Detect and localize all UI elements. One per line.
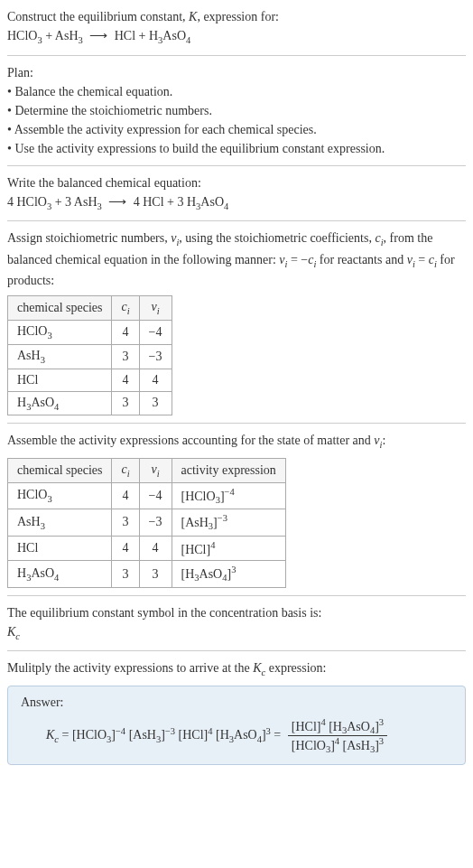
bal-c4: AsO [200, 195, 224, 209]
cell-nu: −3 [139, 509, 172, 536]
assemble-section: Assemble the activity expressions accoun… [7, 431, 466, 587]
bal-c3: 4 HCl + 3 H [134, 195, 196, 209]
act: [HClO [181, 489, 216, 502]
header: Construct the equilibrium constant, K, e… [7, 7, 466, 48]
cell-activity: [HClO3]−4 [172, 482, 285, 509]
th-csub: i [127, 469, 130, 479]
eq-ash3: + AsH [42, 29, 79, 42]
cell-nu: −3 [139, 344, 172, 369]
act: [HCl] [181, 542, 211, 555]
cell-nu: 3 [139, 391, 172, 415]
sp: H [17, 396, 26, 409]
actsup: −4 [225, 487, 235, 497]
cell-species: AsH3 [8, 344, 112, 369]
sp: HClO [17, 488, 47, 501]
symbol-K: K [7, 625, 15, 639]
cell-nu: −4 [139, 482, 172, 509]
symbol-text: The equilibrium constant symbol in the c… [7, 603, 466, 622]
table-row: H3AsO4 3 3 [8, 391, 172, 415]
cell-c: 4 [112, 320, 139, 344]
ans-sp3: [H [212, 728, 228, 742]
symbol-section: The equilibrium constant symbol in the c… [7, 603, 466, 644]
mult-t2: expression: [265, 661, 326, 675]
symbol-csub: c [15, 631, 20, 641]
divider [7, 595, 466, 596]
den1: [HClO [292, 739, 326, 752]
eq-rhs-1: HCl + H [115, 29, 158, 42]
th-activity: activity expression [172, 458, 285, 482]
cell-activity: [HCl]4 [172, 536, 285, 561]
cell-nu: 3 [139, 561, 172, 587]
eq-sub-4: 4 [186, 35, 190, 45]
cell-nu: 4 [139, 536, 172, 561]
bal-s2: 3 [97, 201, 102, 210]
mult-K: K [253, 661, 261, 675]
cell-species: AsH3 [8, 509, 112, 536]
activity-table: chemical species ci νi activity expressi… [7, 458, 286, 588]
cell-nu: 4 [139, 369, 172, 391]
table-row: HClO3 4 −4 [HClO3]−4 [8, 482, 286, 509]
th-ci: ci [112, 296, 139, 321]
assemble-text: Assemble the activity expressions accoun… [7, 431, 466, 453]
th-ci: ci [112, 458, 139, 482]
ans-sp1: [AsH [125, 728, 156, 742]
den3: [AsH [339, 739, 370, 752]
table-row: HClO3 4 −4 [8, 320, 172, 344]
assemble-t: Assemble the activity expressions accoun… [7, 434, 374, 447]
header-text-2: , expression for: [197, 10, 279, 23]
sp: AsH [17, 349, 41, 362]
ans-sp2: [HCl] [175, 728, 208, 742]
multiply-section: Mulitply the activity expressions to arr… [7, 658, 466, 764]
spsub: 3 [41, 520, 45, 530]
mult-t1: Mulitply the activity expressions to arr… [7, 661, 253, 675]
assign-p1d: for reactants and [316, 253, 406, 266]
balanced-title: Write the balanced chemical equation: [7, 173, 466, 192]
eq-hclo3: HClO [7, 29, 37, 42]
act: [H [181, 567, 195, 581]
ans-eq: = [HClO [59, 728, 107, 742]
plan-section: Plan: • Balance the chemical equation. •… [7, 63, 466, 158]
th-nusub: i [157, 306, 160, 316]
table-header-row: chemical species ci νi activity expressi… [8, 458, 286, 482]
sp: AsH [17, 515, 41, 528]
cell-species: HCl [8, 369, 112, 391]
th-species: chemical species [8, 296, 112, 321]
header-line1: Construct the equilibrium constant, K, e… [7, 7, 466, 26]
spsub: 3 [41, 355, 45, 365]
dene2: 3 [379, 736, 384, 746]
divider [7, 220, 466, 221]
cell-c: 3 [112, 344, 139, 369]
fraction: [HCl]4 [H3AsO4]3 [HClO3]4 [AsH3]3 [288, 717, 387, 755]
denominator: [HClO3]4 [AsH3]3 [288, 736, 387, 754]
table-row: HCl 4 4 [8, 369, 172, 391]
bal-s4: 4 [224, 201, 228, 210]
cell-c: 3 [112, 391, 139, 415]
bal-c1: 4 HClO [7, 195, 47, 209]
bal-c2: + 3 AsH [51, 195, 97, 209]
sp: HClO [17, 324, 47, 338]
spsub2: 4 [54, 572, 59, 582]
answer-label: Answer: [21, 695, 452, 710]
arrow-icon: ⟶ [86, 26, 111, 45]
th-nui: νi [139, 458, 172, 482]
divider [7, 165, 466, 166]
assign-p1a: Assign stoichiometric numbers, [7, 231, 171, 245]
assign-eq2a: = [415, 253, 429, 266]
assign-section: Assign stoichiometric numbers, νi, using… [7, 229, 466, 415]
th-nui: νi [139, 296, 172, 321]
cell-species: H3AsO4 [8, 561, 112, 587]
numerator: [HCl]4 [H3AsO4]3 [288, 717, 387, 736]
header-K: K [189, 10, 197, 23]
arrow-icon: ⟶ [105, 192, 130, 211]
divider [7, 650, 466, 651]
ans-e2: −3 [165, 725, 175, 735]
plan-bullet-3: • Assemble the activity expression for e… [7, 120, 466, 139]
ans-sp4: AsO [234, 728, 257, 742]
cell-activity: [AsH3]−3 [172, 509, 285, 536]
actsup: 3 [231, 565, 236, 574]
cell-species: H3AsO4 [8, 391, 112, 415]
eq-sub-2: 3 [79, 35, 83, 45]
num2: [H [326, 719, 342, 733]
ans-K: K [46, 728, 54, 742]
table-row: AsH3 3 −3 [AsH3]−3 [8, 509, 286, 536]
